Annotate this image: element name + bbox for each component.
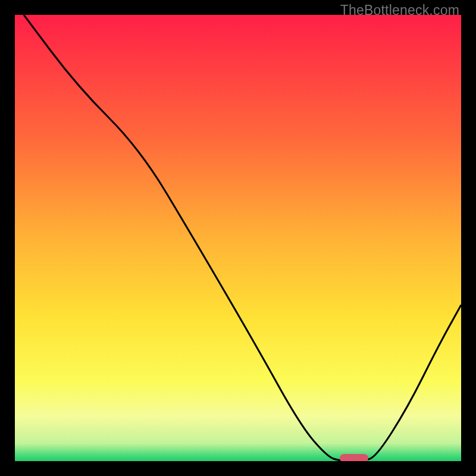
plot-area <box>15 15 461 461</box>
curve-layer <box>15 15 461 461</box>
chart-frame: TheBottleneck.com <box>0 0 476 476</box>
optimal-range-marker <box>340 454 368 461</box>
bottleneck-curve <box>24 15 461 461</box>
